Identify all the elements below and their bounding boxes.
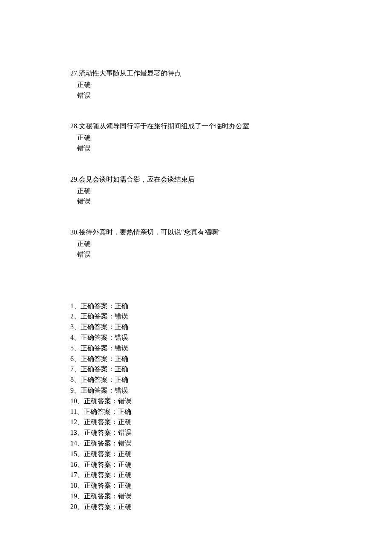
answer-value: 错误	[115, 387, 128, 394]
answer-line: 6、正确答案：正确	[70, 354, 322, 364]
option-true: 正确	[70, 186, 322, 197]
answer-value: 正确	[118, 482, 132, 489]
answer-num: 10	[70, 397, 77, 405]
answer-value: 正确	[118, 461, 132, 468]
option-true: 正确	[70, 239, 322, 249]
option-false: 错误	[70, 249, 322, 260]
answer-line: 18、正确答案：正确	[70, 480, 322, 491]
answer-num: 18	[70, 482, 77, 489]
answer-label: 正确答案：	[84, 461, 118, 468]
question-content: 接待外宾时．要热情亲切．可以说"您真有福啊"	[79, 228, 221, 236]
answer-num: 17	[70, 471, 77, 478]
answer-value: 正确	[118, 471, 132, 478]
option-true: 正确	[70, 80, 322, 90]
answer-value: 正确	[115, 355, 128, 362]
question-number: 27	[70, 69, 77, 77]
question-content: 文秘随从领导同行等于在旅行期间组成了一个临时办公室	[79, 122, 249, 130]
question-29: 29.会见会谈时如需合影，应在会谈结束后 正确 错误	[70, 174, 322, 207]
answer-label: 正确答案：	[84, 397, 118, 405]
answer-line: 7、正确答案：正确	[70, 364, 322, 375]
answer-value: 错误	[115, 334, 128, 341]
answer-label: 正确答案：	[84, 503, 118, 510]
answer-line: 16、正确答案：正确	[70, 460, 322, 470]
answer-value: 正确	[115, 302, 128, 309]
answer-value: 正确	[118, 408, 131, 415]
questions-section: 27.流动性大事随从工作最显著的特点 正确 错误 28.文秘随从领导同行等于在旅…	[70, 68, 322, 260]
answer-value: 错误	[118, 397, 132, 405]
answer-label: 正确答案：	[84, 471, 118, 478]
answer-line: 20、正确答案：正确	[70, 502, 322, 512]
answer-value: 错误	[115, 344, 128, 352]
answer-line: 13、正确答案：错误	[70, 428, 322, 438]
option-false: 错误	[70, 196, 322, 207]
answer-num: 2	[70, 312, 74, 320]
answer-label: 正确答案：	[81, 376, 115, 383]
answer-value: 正确	[115, 365, 128, 373]
answer-num: 14	[70, 439, 77, 447]
question-text: 28.文秘随从领导同行等于在旅行期间组成了一个临时办公室	[70, 121, 322, 132]
answer-line: 9、正确答案：错误	[70, 385, 322, 396]
answer-line: 19、正确答案：错误	[70, 491, 322, 502]
answer-line: 10、正确答案：错误	[70, 396, 322, 407]
answers-section: 1、正确答案：正确 2、正确答案：错误 3、正确答案：正确 4、正确答案：错误 …	[70, 301, 322, 512]
answer-value: 错误	[115, 312, 128, 320]
answer-num: 13	[70, 429, 77, 436]
answer-line: 14、正确答案：错误	[70, 438, 322, 449]
answer-label: 正确答案：	[84, 418, 118, 425]
answer-label: 正确答案：	[84, 482, 118, 489]
answer-value: 正确	[115, 323, 128, 330]
answer-line: 15、正确答案：正确	[70, 449, 322, 460]
answer-label: 正确答案：	[81, 344, 115, 352]
answer-num: 1	[70, 302, 74, 309]
answer-line: 17、正确答案：正确	[70, 470, 322, 480]
answer-num: 12	[70, 418, 77, 425]
answer-line: 5、正确答案：错误	[70, 343, 322, 354]
question-28: 28.文秘随从领导同行等于在旅行期间组成了一个临时办公室 正确 错误	[70, 121, 322, 153]
question-number: 29	[70, 176, 77, 183]
answer-num: 5	[70, 344, 74, 352]
answer-label: 正确答案：	[81, 355, 115, 362]
answer-line: 3、正确答案：正确	[70, 322, 322, 332]
answer-num: 16	[70, 461, 77, 468]
answer-value: 正确	[118, 503, 132, 510]
answer-num: 4	[70, 334, 74, 341]
question-number: 28	[70, 122, 77, 130]
answer-label: 正确答案：	[84, 492, 118, 500]
answer-value: 错误	[118, 439, 132, 447]
option-false: 错误	[70, 90, 322, 101]
question-30: 30.接待外宾时．要热情亲切．可以说"您真有福啊" 正确 错误	[70, 227, 322, 260]
answer-value: 错误	[118, 492, 132, 500]
answer-label: 正确答案：	[84, 450, 118, 457]
answer-line: 11、正确答案：正确	[70, 407, 322, 417]
answer-label: 正确答案：	[81, 365, 115, 373]
option-true: 正确	[70, 133, 322, 143]
answer-num: 7	[70, 365, 74, 373]
answer-value: 正确	[118, 450, 132, 457]
answer-label: 正确答案：	[84, 429, 118, 436]
answer-label: 正确答案：	[81, 334, 115, 341]
question-content: 会见会谈时如需合影，应在会谈结束后	[79, 176, 195, 183]
answer-num: 20	[70, 503, 77, 510]
answer-label: 正确答案：	[84, 439, 118, 447]
question-text: 30.接待外宾时．要热情亲切．可以说"您真有福啊"	[70, 227, 322, 238]
answer-line: 2、正确答案：错误	[70, 311, 322, 322]
answer-num: 8	[70, 376, 74, 383]
answer-num: 15	[70, 450, 77, 457]
answer-label: 正确答案：	[81, 312, 115, 320]
question-content: 流动性大事随从工作最显著的特点	[79, 69, 181, 77]
answer-label: 正确答案：	[81, 387, 115, 394]
answer-label: 正确答案：	[84, 408, 118, 415]
question-number: 30	[70, 228, 77, 236]
answer-num: 3	[70, 323, 74, 330]
option-false: 错误	[70, 143, 322, 154]
answer-num: 6	[70, 355, 74, 362]
answer-value: 正确	[115, 376, 128, 383]
answer-label: 正确答案：	[81, 302, 115, 309]
answer-line: 4、正确答案：错误	[70, 332, 322, 343]
answer-value: 错误	[118, 429, 132, 436]
answer-value: 正确	[118, 418, 132, 425]
question-text: 29.会见会谈时如需合影，应在会谈结束后	[70, 174, 322, 185]
answer-line: 12、正确答案：正确	[70, 417, 322, 428]
answer-line: 1、正确答案：正确	[70, 301, 322, 312]
answer-line: 8、正确答案：正确	[70, 375, 322, 385]
